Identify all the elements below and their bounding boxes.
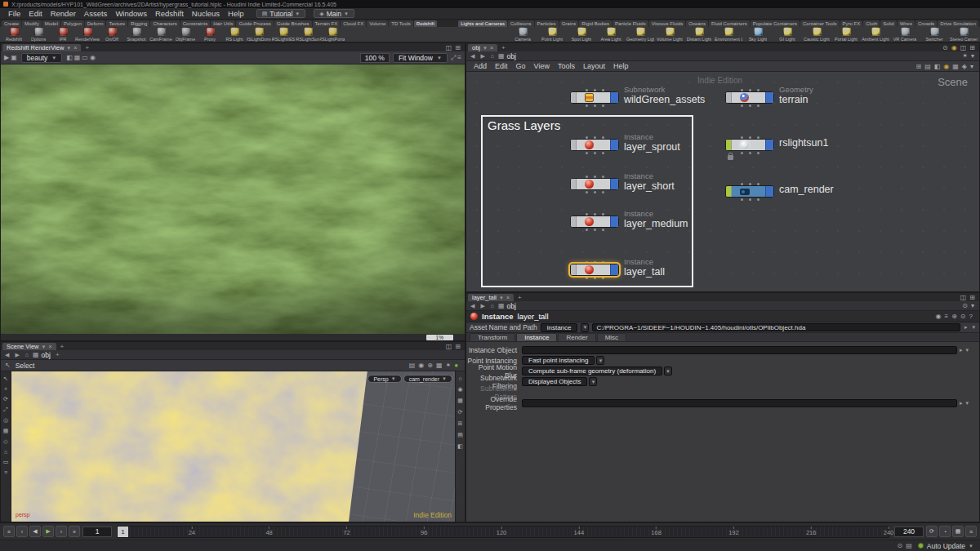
select-tool-icon[interactable]: ↖ [3,375,8,382]
shelf-tool-objframe[interactable]: ObjFrame [173,27,198,42]
timeline-tick-240[interactable]: 240 [884,527,894,537]
shelf-tab-polygon[interactable]: Polygon [61,20,84,27]
back-icon[interactable]: ◀ [469,53,476,60]
forward-icon[interactable]: ▶ [13,352,20,358]
pane-maximize-icon[interactable]: ⊞ [455,44,461,51]
shelf-tool-caustic-light[interactable]: Caustic Light [802,27,831,42]
timeline-tick-72[interactable]: 72 [343,527,350,537]
pin-icon[interactable]: ◉ [943,63,949,70]
shelf-tab-wires[interactable]: Wires [898,20,915,27]
menu-help[interactable]: Help [224,9,248,18]
compare-ab-icon[interactable]: ◧ [66,54,73,61]
node-body[interactable] [570,264,619,276]
shelf-tab-container-tools[interactable]: Container Tools [800,20,840,27]
back-icon[interactable]: ◀ [469,303,476,309]
node-layer-sprout[interactable]: Instancelayer_sprout [570,136,619,154]
frame-selected-icon[interactable]: ◉ [457,386,462,393]
node-body[interactable] [570,216,619,228]
shelf-tool-snapshot[interactable]: Snapshot [124,27,149,42]
node-body[interactable] [570,178,619,190]
step-back-button[interactable]: ‹ [16,526,28,537]
view-tool-icon[interactable]: ⌂ [4,449,7,455]
current-frame-field[interactable]: 1 [82,527,112,537]
select-grip-icon[interactable]: ▼ [664,367,672,375]
pane-maximize-icon[interactable]: ⊞ [969,44,975,51]
select-grip-icon[interactable]: ▼ [596,356,604,365]
secure-selection-icon[interactable]: ◉ [418,362,424,369]
color-palette-icon[interactable]: ▤ [924,63,931,70]
node-flag-left[interactable] [571,264,577,275]
playhead[interactable]: 1 [118,527,128,537]
add-tab-button[interactable]: + [499,44,508,51]
network-canvas[interactable]: Indie Edition Scene Grass Layers Subnetw… [466,72,979,291]
gear-icon[interactable]: ≡ [944,313,948,320]
node-cam-render[interactable]: cam_render [725,182,774,201]
menu-nucleus[interactable]: Nucleus [188,9,224,18]
expand-icon[interactable]: ⤢ [451,54,456,62]
visibility-icon[interactable]: ▦ [436,362,443,369]
timeline-tick-96[interactable]: 96 [421,527,427,537]
network-menu-view[interactable]: View [530,62,554,70]
menu-windows[interactable]: Windows [111,9,151,18]
shelf-tab-constraints[interactable]: Constraints [180,20,210,27]
tab-scene-view[interactable]: Scene View ▼ × [2,343,56,350]
tumble-icon[interactable]: ⟳ [458,409,463,415]
node-chooser-icon[interactable]: ▸ [959,347,964,353]
node-flag-right[interactable] [610,140,618,150]
network-menu-edit[interactable]: Edit [491,62,512,70]
node-body[interactable] [725,91,774,104]
filter-menu-icon[interactable]: ▾ [971,302,974,309]
home-icon[interactable]: ⌂ [489,303,496,309]
path-add-button[interactable]: + [53,351,62,358]
param-field-override-properties[interactable] [522,399,957,407]
pane-split-icon[interactable]: ◫ [446,343,452,350]
magnify-icon[interactable]: ⊙ [960,313,966,320]
menu-arrow-icon[interactable]: ▾ [970,63,973,70]
rendered-grass-image[interactable] [1,64,465,334]
shelf-tool-stereo-camera[interactable]: Stereo Camera [949,27,978,42]
shelf-tool-distant-light[interactable]: Distant Light [684,27,714,42]
timeline[interactable]: 1 24487296120144168192216240 [117,526,889,538]
filter-menu-icon[interactable]: ▾ [971,52,974,60]
show-handles-icon[interactable]: ▤ [409,362,416,369]
shelf-tool-redshift[interactable]: Redshift [2,27,26,42]
network-overview-icon[interactable]: ◧ [934,63,941,70]
shelf-tool-rs-light[interactable]: RS Light [222,27,247,42]
bookmark-star-icon[interactable]: ✶ [962,52,968,60]
asset-operator-select[interactable]: instance [541,323,578,332]
node-flag-right[interactable] [610,179,618,189]
shelf-tool-volume-light[interactable]: Volume Light [655,27,684,42]
home-icon[interactable]: ⌂ [489,53,496,59]
tab-redshift-renderview[interactable]: Redshift RenderView ▼ × [2,44,81,51]
timeline-tick-168[interactable]: 168 [651,527,662,537]
aov-selector[interactable]: beauty ▼ [21,53,62,63]
network-menu-go[interactable]: Go [512,62,530,70]
shelf-tool-options[interactable]: Options [26,27,51,42]
pane-link-icon[interactable]: ⊙ [942,44,948,51]
path-crumb[interactable]: obj [42,351,51,359]
shelf-tab-guide-process[interactable]: Guide Process [236,20,273,27]
param-field-instance-object[interactable] [522,346,957,354]
shelf-tab-model[interactable]: Model [42,20,60,27]
select-grip-icon[interactable]: ▼ [581,323,589,332]
shelf-tab-redshift[interactable]: Redshift [414,20,437,27]
node-body[interactable] [725,139,774,151]
node-flag-left[interactable] [571,140,577,150]
shelf-tool-switcher[interactable]: Switcher [920,27,949,42]
shelf-tab-create[interactable]: Create [2,20,21,27]
layout-single-icon[interactable]: ⊞ [458,420,463,427]
add-tab-button[interactable]: + [82,44,91,51]
shelf-tab-oceans[interactable]: Oceans [686,20,708,27]
select-grip-icon[interactable]: ▼ [589,377,597,386]
network-menu-add[interactable]: Add [470,62,491,70]
shelf-tool-proxy[interactable]: Proxy [198,27,222,42]
node-flag-left[interactable] [726,140,732,150]
loop-mode-icon[interactable]: ⟳ [926,526,938,537]
node-body[interactable] [570,91,619,104]
jump-to-start-button[interactable]: « [3,526,15,537]
node-chooser-icon[interactable]: ▸ [959,400,964,407]
timeline-tick-120[interactable]: 120 [497,527,507,537]
add-tab-button[interactable]: + [515,294,524,301]
rotate-tool-icon[interactable]: ⟳ [3,396,8,402]
param-tab-instance[interactable]: Instance [516,333,557,341]
